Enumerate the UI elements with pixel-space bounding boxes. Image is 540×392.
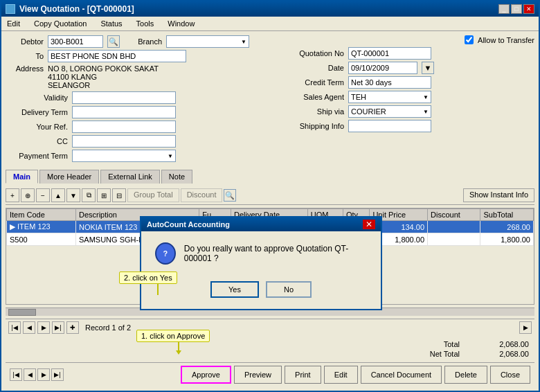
debtor-label: Debtor [6, 37, 44, 46]
quotation-no-input[interactable] [348, 47, 431, 60]
dialog-title-bar: AutoCount Accounting ✕ [141, 217, 381, 231]
to-input[interactable] [48, 50, 186, 62]
ship-via-label: Ship via [285, 107, 344, 116]
navigation-bar: |◀ ◀ ▶ ▶| ✚ Record 1 of 2 ▶ [6, 319, 534, 336]
bottom-prev-button[interactable]: ◀ [24, 368, 36, 381]
tab-note[interactable]: Note [161, 170, 192, 184]
dialog-buttons: Yes No [141, 276, 381, 309]
close-button[interactable]: ✕ [523, 4, 534, 14]
cell-item-code: ▶ ITEM 123 [7, 221, 76, 233]
total-value: 2,068.00 [474, 340, 529, 348]
cc-label: CC [6, 137, 68, 145]
cc-input[interactable] [72, 135, 176, 148]
discount-button[interactable]: Discount [181, 188, 223, 202]
extra-button[interactable]: ⊟ [112, 188, 126, 202]
allow-transfer-label: Allow to Transfer [478, 36, 534, 44]
print-button[interactable]: Print [285, 366, 321, 384]
minimize-button[interactable]: _ [498, 4, 510, 14]
app-icon [6, 4, 15, 14]
branch-label: Branch [124, 37, 162, 46]
menu-edit[interactable]: Edit [4, 18, 23, 29]
bottom-first-button[interactable]: |◀ [10, 368, 22, 381]
debtor-search-button[interactable]: 🔍 [107, 35, 120, 48]
address-line-3: SELANGOR [48, 81, 159, 89]
tab-main[interactable]: Main [6, 170, 38, 184]
address-label: Address [6, 64, 44, 73]
menu-bar: Edit Copy Quotation Status Tools Window [1, 17, 539, 31]
credit-term-label: Credit Term [285, 78, 344, 87]
your-ref-label: Your Ref. [6, 123, 68, 131]
first-record-button[interactable]: |◀ [8, 321, 21, 334]
date-input[interactable] [348, 62, 417, 74]
scroll-right-button[interactable]: ▶ [519, 321, 532, 334]
prev-record-button[interactable]: ◀ [23, 321, 35, 334]
payment-term-combo[interactable]: ▼ [72, 150, 176, 162]
date-label: Date [285, 64, 344, 72]
quotation-no-label: Quotation No [285, 49, 344, 57]
tab-external-link[interactable]: External Link [100, 170, 160, 184]
table-toolbar: + ⊕ − ▲ ▼ ⧉ ⊞ ⊟ Group Total Discount 🔍 S… [6, 186, 534, 205]
bottom-last-button[interactable]: ▶| [51, 368, 64, 381]
tab-more-header[interactable]: More Header [39, 170, 99, 184]
sales-agent-combo[interactable]: TEH▼ [348, 91, 431, 103]
menu-status[interactable]: Status [98, 18, 125, 29]
last-record-button[interactable]: ▶| [52, 321, 64, 334]
cell-subtotal: 268.00 [480, 221, 534, 233]
dialog-yes-button[interactable]: Yes [210, 281, 259, 298]
new-record-button[interactable]: ✚ [66, 321, 79, 334]
cell-subtotal: 1,800.00 [480, 233, 534, 246]
cancel-document-button[interactable]: Cancel Document [361, 366, 442, 384]
delivery-term-input[interactable] [72, 106, 176, 118]
dialog-title-text: AutoCount Accounting [147, 220, 230, 229]
credit-term-input [348, 76, 431, 89]
action-toolbar: |◀ ◀ ▶ ▶| Approve Preview Print Edit Can… [6, 362, 534, 386]
dialog-no-button[interactable]: No [266, 281, 312, 298]
to-label: To [6, 52, 44, 60]
approve-button[interactable]: Approve [181, 366, 231, 384]
menu-window[interactable]: Window [165, 18, 197, 29]
preview-button[interactable]: Preview [234, 366, 282, 384]
menu-copy-quotation[interactable]: Copy Quotation [31, 18, 89, 29]
delete-button[interactable]: Delete [444, 366, 487, 384]
title-bar: View Quotation - [QT-000001] _ □ ✕ [1, 1, 539, 17]
maximize-button[interactable]: □ [511, 4, 522, 14]
col-header-item-code: Item Code [7, 209, 76, 221]
copy-button[interactable]: ⧉ [82, 188, 96, 202]
shipping-info-input[interactable] [348, 120, 431, 132]
net-total-label: Net Total [418, 350, 460, 358]
validity-input[interactable] [72, 91, 176, 104]
sales-agent-label: Sales Agent [285, 93, 344, 101]
delivery-term-label: Delivery Term [6, 108, 68, 116]
delete-row-button[interactable]: − [36, 188, 50, 202]
ship-via-combo[interactable]: COURIER▼ [348, 105, 431, 118]
branch-combo[interactable]: ▼ [166, 35, 249, 48]
bottom-next-button[interactable]: ▶ [37, 368, 50, 381]
menu-tools[interactable]: Tools [134, 18, 157, 29]
add-row-button[interactable]: + [6, 188, 19, 202]
dialog-close-button[interactable]: ✕ [363, 220, 375, 229]
edit-button[interactable]: Edit [324, 366, 358, 384]
dialog-content: ? Do you really want to approve Quotatio… [141, 231, 381, 276]
tab-bar: Main More Header External Link Note [6, 170, 534, 184]
paste-button[interactable]: ⊞ [97, 188, 111, 202]
move-down-button[interactable]: ▼ [66, 188, 80, 202]
payment-term-label: Payment Term [6, 152, 68, 160]
address-line-1: NO 8, LORONG POKOK SAKAT [48, 64, 159, 73]
table-search-button[interactable]: 🔍 [224, 189, 236, 202]
dialog-message: Do you really want to approve Quotation … [184, 244, 367, 263]
col-header-discount: Discount [428, 209, 480, 221]
show-instant-info-button[interactable]: Show Instant Info [463, 188, 534, 202]
move-up-button[interactable]: ▲ [51, 188, 65, 202]
window-title: View Quotation - [QT-000001] [19, 4, 134, 14]
group-total-button[interactable]: Group Total [127, 188, 179, 202]
debtor-input[interactable] [48, 35, 103, 48]
allow-transfer-checkbox[interactable] [465, 35, 474, 44]
scrollbar-thumb[interactable] [8, 309, 36, 316]
close-button-bottom[interactable]: Close [490, 366, 530, 384]
bottom-nav: |◀ ◀ ▶ ▶| [10, 368, 64, 381]
insert-row-button[interactable]: ⊕ [21, 188, 35, 202]
cell-discount [428, 233, 480, 246]
your-ref-input[interactable] [72, 121, 176, 133]
date-picker-button[interactable]: ▼ [422, 62, 434, 74]
next-record-button[interactable]: ▶ [37, 321, 50, 334]
